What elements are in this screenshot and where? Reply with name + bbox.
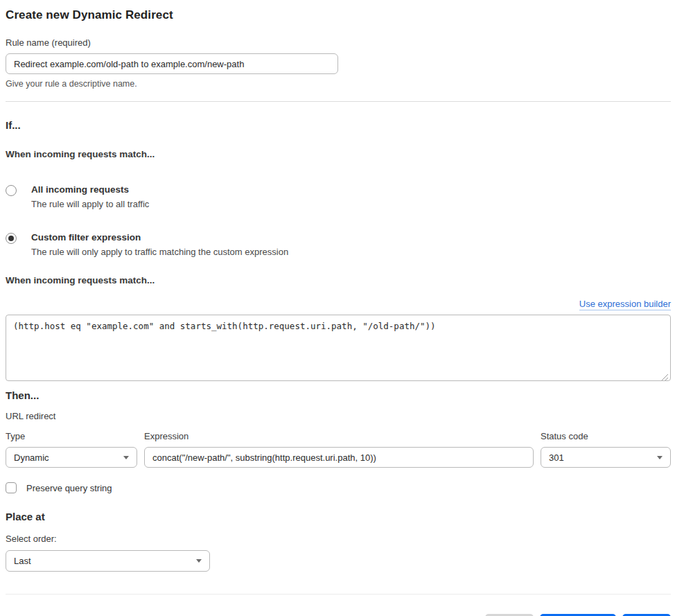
preserve-query-string-label: Preserve query string bbox=[26, 483, 112, 493]
type-select[interactable]: Dynamic bbox=[6, 447, 137, 468]
preserve-query-string-row[interactable]: Preserve query string bbox=[6, 482, 671, 493]
filter-expression-wrap: (http.host eq "example.com" and starts_w… bbox=[6, 315, 671, 381]
resize-handle-icon[interactable] bbox=[661, 371, 669, 379]
chevron-down-icon bbox=[196, 559, 202, 563]
radio-selected-icon[interactable] bbox=[6, 233, 17, 244]
use-expression-builder-link[interactable]: Use expression builder bbox=[579, 299, 671, 310]
create-redirect-form: Create new Dynamic Redirect Rule name (r… bbox=[0, 0, 693, 616]
redirect-expression-input[interactable] bbox=[144, 447, 534, 468]
order-select-value: Last bbox=[14, 556, 31, 566]
radio-option-texts: All incoming requests The rule will appl… bbox=[31, 184, 149, 209]
checkbox-unchecked-icon[interactable] bbox=[6, 482, 17, 493]
radio-unselected-icon[interactable] bbox=[6, 185, 17, 196]
then-heading: Then... bbox=[6, 389, 671, 401]
radio-option-texts: Custom filter expression The rule will o… bbox=[31, 232, 288, 257]
match-heading: When incoming requests match... bbox=[6, 149, 671, 159]
status-code-field: Status code 301 bbox=[541, 431, 671, 468]
status-code-select[interactable]: 301 bbox=[541, 447, 671, 468]
expression-builder-link-row: Use expression builder bbox=[6, 297, 671, 310]
rule-name-label: Rule name (required) bbox=[6, 37, 671, 48]
chevron-down-icon bbox=[123, 456, 129, 459]
page-title: Create new Dynamic Redirect bbox=[6, 8, 671, 22]
action-type-label: URL redirect bbox=[6, 411, 671, 421]
radio-option-description: The rule will only apply to traffic matc… bbox=[31, 247, 288, 257]
radio-option-custom-filter-expression[interactable]: Custom filter expression The rule will o… bbox=[6, 232, 671, 257]
type-select-value: Dynamic bbox=[14, 452, 49, 463]
if-heading: If... bbox=[6, 119, 671, 131]
section-divider bbox=[6, 101, 671, 102]
chevron-down-icon bbox=[657, 456, 663, 459]
type-label: Type bbox=[6, 431, 137, 441]
expression-match-heading: When incoming requests match... bbox=[6, 275, 671, 285]
expression-field: Expression bbox=[144, 431, 534, 468]
redirect-settings-row: Type Dynamic Expression Status code 301 bbox=[6, 431, 671, 468]
place-at-heading: Place at bbox=[6, 511, 671, 522]
rule-name-input[interactable] bbox=[6, 53, 338, 74]
type-field: Type Dynamic bbox=[6, 431, 137, 468]
status-code-label: Status code bbox=[541, 431, 671, 441]
footer-divider bbox=[6, 594, 671, 595]
filter-expression-textarea[interactable]: (http.host eq "example.com" and starts_w… bbox=[6, 315, 671, 381]
select-order-label: Select order: bbox=[6, 534, 671, 544]
radio-option-label: All incoming requests bbox=[31, 184, 149, 195]
radio-option-description: The rule will apply to all traffic bbox=[31, 199, 149, 209]
radio-option-label: Custom filter expression bbox=[31, 232, 288, 243]
radio-option-all-incoming-requests[interactable]: All incoming requests The rule will appl… bbox=[6, 184, 671, 209]
order-select[interactable]: Last bbox=[6, 550, 210, 572]
expression-label: Expression bbox=[144, 431, 534, 441]
status-code-select-value: 301 bbox=[549, 452, 564, 463]
rule-name-help: Give your rule a descriptive name. bbox=[6, 79, 671, 89]
